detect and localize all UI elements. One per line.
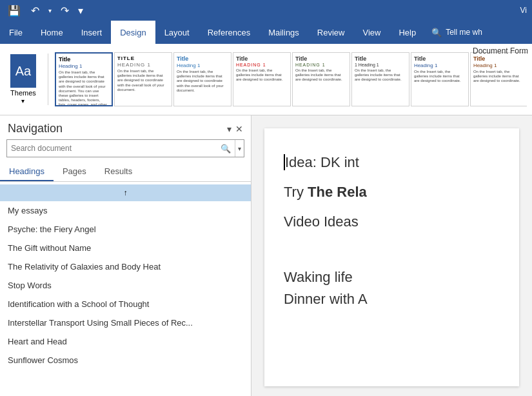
navigation-panel: Navigation ▾ ✕ 🔍 ▾ Headings Pages Result… xyxy=(0,115,251,396)
ribbon-content: Aa Themes ▾ Title Heading 1 On the Inser… xyxy=(0,44,532,115)
nav-item-4[interactable]: Stop Words xyxy=(0,276,251,295)
nav-item-0[interactable]: My essays xyxy=(0,201,251,220)
tab-layout[interactable]: Layout xyxy=(155,21,199,44)
theme-sample-5[interactable]: Title HEADING 1 On the Insert tab, the g… xyxy=(292,52,350,106)
tab-file[interactable]: File xyxy=(0,21,32,44)
tab-headings[interactable]: Headings xyxy=(0,163,54,181)
theme-sample-3[interactable]: Title Heading 1 On the Insert tab, the g… xyxy=(173,52,232,106)
nav-item-8[interactable]: Sunflower Cosmos xyxy=(0,351,251,370)
doc-line-4: Waking life xyxy=(284,269,500,286)
search-box: 🔍 ▾ xyxy=(6,139,244,157)
themes-label: Themes xyxy=(10,89,36,97)
redo-icon[interactable]: ↷ xyxy=(58,3,72,18)
nav-item-2[interactable]: The Gift without Name xyxy=(0,239,251,257)
doc-line-4-5: Waking life Dinner with A xyxy=(284,269,500,308)
search-dropdown[interactable]: ▾ xyxy=(235,140,244,157)
document-area[interactable]: Idea: DK int Try The Rela Video Ideas Wa… xyxy=(251,115,532,396)
search-input[interactable] xyxy=(7,144,217,153)
nav-title: Navigation xyxy=(8,122,63,135)
undo-icon[interactable]: ↶ xyxy=(28,3,42,18)
document-page: Idea: DK int Try The Rela Video Ideas Wa… xyxy=(264,128,519,386)
nav-item-6[interactable]: Interstellar Transport Using Small Piece… xyxy=(0,313,251,332)
doc-line-5: Dinner with A xyxy=(284,291,500,308)
tab-design[interactable]: Design xyxy=(111,21,155,44)
themes-button[interactable]: Aa Themes ▾ xyxy=(5,51,41,108)
doc-format-label: Document Form xyxy=(469,44,532,58)
nav-item-5[interactable]: Identification with a School of Thought xyxy=(0,295,251,313)
themes-icon: Aa xyxy=(10,54,36,88)
nav-item-7[interactable]: Heart and Head xyxy=(0,332,251,351)
save-icon[interactable]: 💾 xyxy=(5,3,23,18)
ribbon-tab-bar: File Home Insert Design Layout Reference… xyxy=(0,21,532,44)
doc-line-3: Video Ideas xyxy=(284,213,500,230)
theme-samples-list: Title Heading 1 On the Insert tab, the g… xyxy=(55,51,527,108)
nav-close-btn[interactable]: ✕ xyxy=(235,124,243,134)
nav-tabs: Headings Pages Results xyxy=(0,163,251,182)
ribbon-divider xyxy=(48,54,48,105)
nav-item-3[interactable]: The Relativity of Galaxies and Body Heat xyxy=(0,257,251,276)
tab-mailings[interactable]: Mailings xyxy=(259,21,308,44)
tell-me-text: Tell me wh xyxy=(446,28,482,37)
nav-dropdown-btn[interactable]: ▾ xyxy=(227,124,232,134)
more-icon[interactable]: ▾ xyxy=(75,3,86,18)
nav-item-1[interactable]: Psyche: the Fiery Angel xyxy=(0,220,251,239)
tab-insert[interactable]: Insert xyxy=(72,21,112,44)
tab-review[interactable]: Review xyxy=(308,21,354,44)
tab-view[interactable]: View xyxy=(353,21,389,44)
title-bar: 💾 ↶ ▾ ↷ ▾ Vi xyxy=(0,0,532,21)
nav-item-highlighted[interactable]: ↑ xyxy=(0,184,251,201)
theme-sample-2[interactable]: TITLE HEADING 1 On the Insert tab, the g… xyxy=(114,52,172,106)
tab-results[interactable]: Results xyxy=(95,163,141,181)
search-button[interactable]: 🔍 xyxy=(217,144,235,153)
themes-dropdown[interactable]: ▾ xyxy=(21,97,25,104)
tab-references[interactable]: References xyxy=(199,21,259,44)
nav-controls: ▾ ✕ xyxy=(227,124,243,134)
nav-list: ↑ My essays Psyche: the Fiery Angel The … xyxy=(0,184,251,396)
main-area: Navigation ▾ ✕ 🔍 ▾ Headings Pages Result… xyxy=(0,115,532,396)
ribbon: File Home Insert Design Layout Reference… xyxy=(0,21,532,115)
theme-sample-7[interactable]: Title Heading 1 On the Insert tab, the g… xyxy=(411,52,469,106)
tab-pages[interactable]: Pages xyxy=(54,163,95,181)
nav-header: Navigation ▾ ✕ xyxy=(0,115,251,139)
theme-sample-4[interactable]: Title HEADING 1 On the Insert tab, the g… xyxy=(233,52,291,106)
theme-sample-1[interactable]: Title Heading 1 On the Insert tab, the g… xyxy=(55,52,113,106)
doc-line-2: Try The Rela xyxy=(284,184,500,201)
tab-help[interactable]: Help xyxy=(389,21,425,44)
tab-home[interactable]: Home xyxy=(32,21,72,44)
undo-dropdown-icon[interactable]: ▾ xyxy=(46,6,54,15)
theme-sample-6[interactable]: Title 1 Heading 1 On the Insert tab, the… xyxy=(351,52,409,106)
app-title: Vi xyxy=(520,6,527,15)
theme-sample-8[interactable]: Title Heading 1 On the Insert tab, the g… xyxy=(470,52,527,106)
doc-line-1: Idea: DK int xyxy=(284,154,500,171)
